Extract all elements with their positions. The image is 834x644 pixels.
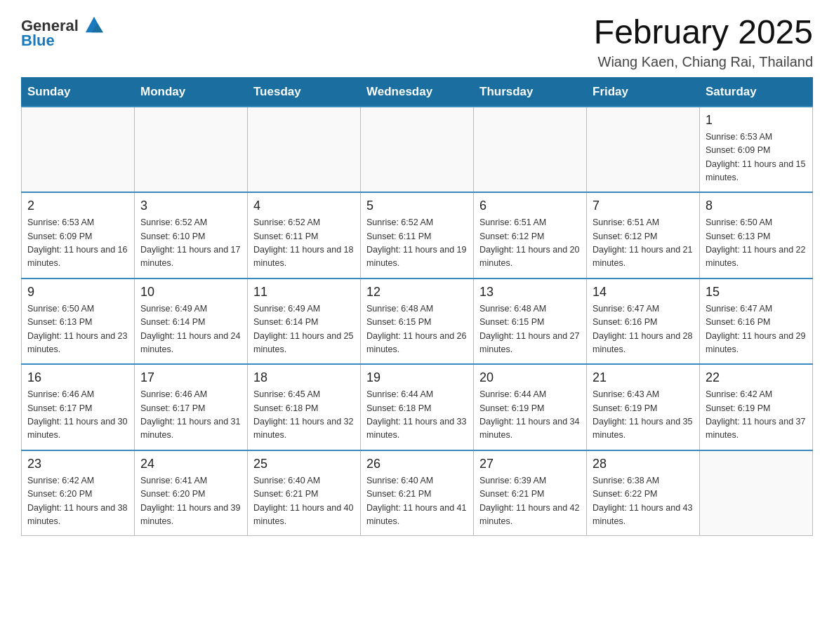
table-row: 15Sunrise: 6:47 AMSunset: 6:16 PMDayligh… — [700, 279, 813, 365]
day-info: Sunrise: 6:45 AMSunset: 6:18 PMDaylight:… — [253, 388, 355, 443]
day-info: Sunrise: 6:48 AMSunset: 6:15 PMDaylight:… — [479, 302, 581, 357]
day-number: 13 — [479, 285, 581, 300]
table-row: 3Sunrise: 6:52 AMSunset: 6:10 PMDaylight… — [135, 192, 248, 279]
day-info: Sunrise: 6:44 AMSunset: 6:19 PMDaylight:… — [479, 388, 581, 443]
calendar-week-row: 23Sunrise: 6:42 AMSunset: 6:20 PMDayligh… — [22, 450, 813, 536]
day-info: Sunrise: 6:47 AMSunset: 6:16 PMDaylight:… — [706, 302, 807, 357]
day-number: 14 — [593, 285, 694, 300]
day-number: 7 — [593, 199, 694, 213]
day-number: 6 — [479, 199, 581, 213]
table-row: 7Sunrise: 6:51 AMSunset: 6:12 PMDaylight… — [587, 192, 700, 279]
title-block: February 2025 Wiang Kaen, Chiang Rai, Th… — [594, 14, 813, 70]
table-row: 16Sunrise: 6:46 AMSunset: 6:17 PMDayligh… — [22, 364, 135, 450]
day-number: 25 — [253, 457, 355, 471]
calendar-header-row: Sunday Monday Tuesday Wednesday Thursday… — [22, 77, 813, 107]
table-row — [248, 107, 361, 193]
day-number: 15 — [706, 285, 807, 300]
col-saturday: Saturday — [700, 77, 813, 107]
col-tuesday: Tuesday — [248, 77, 361, 107]
day-number: 3 — [140, 199, 241, 213]
table-row: 28Sunrise: 6:38 AMSunset: 6:22 PMDayligh… — [587, 450, 700, 536]
table-row: 12Sunrise: 6:48 AMSunset: 6:15 PMDayligh… — [361, 279, 474, 365]
table-row — [135, 107, 248, 193]
day-number: 1 — [706, 113, 807, 128]
col-monday: Monday — [135, 77, 248, 107]
day-info: Sunrise: 6:49 AMSunset: 6:14 PMDaylight:… — [140, 302, 241, 357]
day-number: 27 — [479, 457, 581, 471]
day-number: 12 — [366, 285, 468, 300]
day-number: 23 — [27, 457, 128, 471]
table-row: 4Sunrise: 6:52 AMSunset: 6:11 PMDaylight… — [248, 192, 361, 279]
table-row — [474, 107, 587, 193]
table-row: 1Sunrise: 6:53 AMSunset: 6:09 PMDaylight… — [700, 107, 813, 193]
table-row: 23Sunrise: 6:42 AMSunset: 6:20 PMDayligh… — [22, 450, 135, 536]
table-row: 2Sunrise: 6:53 AMSunset: 6:09 PMDaylight… — [22, 192, 135, 279]
day-info: Sunrise: 6:50 AMSunset: 6:13 PMDaylight:… — [27, 302, 128, 357]
table-row — [700, 450, 813, 536]
location: Wiang Kaen, Chiang Rai, Thailand — [594, 54, 813, 70]
table-row: 19Sunrise: 6:44 AMSunset: 6:18 PMDayligh… — [361, 364, 474, 450]
month-title: February 2025 — [594, 14, 813, 51]
day-number: 11 — [253, 285, 355, 300]
table-row: 17Sunrise: 6:46 AMSunset: 6:17 PMDayligh… — [135, 364, 248, 450]
calendar-week-row: 16Sunrise: 6:46 AMSunset: 6:17 PMDayligh… — [22, 364, 813, 450]
day-info: Sunrise: 6:46 AMSunset: 6:17 PMDaylight:… — [140, 388, 241, 443]
table-row: 21Sunrise: 6:43 AMSunset: 6:19 PMDayligh… — [587, 364, 700, 450]
table-row: 6Sunrise: 6:51 AMSunset: 6:12 PMDaylight… — [474, 192, 587, 279]
table-row: 9Sunrise: 6:50 AMSunset: 6:13 PMDaylight… — [22, 279, 135, 365]
table-row: 10Sunrise: 6:49 AMSunset: 6:14 PMDayligh… — [135, 279, 248, 365]
table-row: 25Sunrise: 6:40 AMSunset: 6:21 PMDayligh… — [248, 450, 361, 536]
calendar-week-row: 9Sunrise: 6:50 AMSunset: 6:13 PMDaylight… — [22, 279, 813, 365]
day-info: Sunrise: 6:53 AMSunset: 6:09 PMDaylight:… — [706, 130, 807, 185]
table-row — [22, 107, 135, 193]
calendar-week-row: 1Sunrise: 6:53 AMSunset: 6:09 PMDaylight… — [22, 107, 813, 193]
day-info: Sunrise: 6:52 AMSunset: 6:10 PMDaylight:… — [140, 216, 241, 271]
table-row: 18Sunrise: 6:45 AMSunset: 6:18 PMDayligh… — [248, 364, 361, 450]
day-number: 22 — [706, 370, 807, 385]
day-number: 9 — [27, 285, 128, 300]
day-number: 8 — [706, 199, 807, 213]
day-info: Sunrise: 6:46 AMSunset: 6:17 PMDaylight:… — [27, 388, 128, 443]
day-number: 5 — [366, 199, 468, 213]
calendar-week-row: 2Sunrise: 6:53 AMSunset: 6:09 PMDaylight… — [22, 192, 813, 279]
day-number: 24 — [140, 457, 241, 471]
day-info: Sunrise: 6:52 AMSunset: 6:11 PMDaylight:… — [253, 216, 355, 271]
day-number: 17 — [140, 370, 241, 385]
table-row: 27Sunrise: 6:39 AMSunset: 6:21 PMDayligh… — [474, 450, 587, 536]
table-row: 5Sunrise: 6:52 AMSunset: 6:11 PMDaylight… — [361, 192, 474, 279]
logo: General Blue — [21, 14, 104, 50]
day-info: Sunrise: 6:39 AMSunset: 6:21 PMDaylight:… — [479, 474, 581, 529]
table-row: 14Sunrise: 6:47 AMSunset: 6:16 PMDayligh… — [587, 279, 700, 365]
logo-icon — [84, 14, 104, 34]
day-info: Sunrise: 6:53 AMSunset: 6:09 PMDaylight:… — [27, 216, 128, 271]
day-number: 18 — [253, 370, 355, 385]
table-row: 20Sunrise: 6:44 AMSunset: 6:19 PMDayligh… — [474, 364, 587, 450]
col-sunday: Sunday — [22, 77, 135, 107]
day-info: Sunrise: 6:51 AMSunset: 6:12 PMDaylight:… — [479, 216, 581, 271]
col-wednesday: Wednesday — [361, 77, 474, 107]
col-thursday: Thursday — [474, 77, 587, 107]
day-info: Sunrise: 6:42 AMSunset: 6:19 PMDaylight:… — [706, 388, 807, 443]
col-friday: Friday — [587, 77, 700, 107]
table-row: 11Sunrise: 6:49 AMSunset: 6:14 PMDayligh… — [248, 279, 361, 365]
day-info: Sunrise: 6:41 AMSunset: 6:20 PMDaylight:… — [140, 474, 241, 529]
day-info: Sunrise: 6:50 AMSunset: 6:13 PMDaylight:… — [706, 216, 807, 271]
day-info: Sunrise: 6:43 AMSunset: 6:19 PMDaylight:… — [593, 388, 694, 443]
day-number: 2 — [27, 199, 128, 213]
day-info: Sunrise: 6:49 AMSunset: 6:14 PMDaylight:… — [253, 302, 355, 357]
day-number: 28 — [593, 457, 694, 471]
table-row: 22Sunrise: 6:42 AMSunset: 6:19 PMDayligh… — [700, 364, 813, 450]
day-info: Sunrise: 6:42 AMSunset: 6:20 PMDaylight:… — [27, 474, 128, 529]
day-number: 20 — [479, 370, 581, 385]
day-number: 4 — [253, 199, 355, 213]
table-row: 13Sunrise: 6:48 AMSunset: 6:15 PMDayligh… — [474, 279, 587, 365]
day-info: Sunrise: 6:48 AMSunset: 6:15 PMDaylight:… — [366, 302, 468, 357]
day-number: 10 — [140, 285, 241, 300]
day-info: Sunrise: 6:52 AMSunset: 6:11 PMDaylight:… — [366, 216, 468, 271]
day-number: 26 — [366, 457, 468, 471]
day-number: 16 — [27, 370, 128, 385]
day-info: Sunrise: 6:51 AMSunset: 6:12 PMDaylight:… — [593, 216, 694, 271]
day-info: Sunrise: 6:47 AMSunset: 6:16 PMDaylight:… — [593, 302, 694, 357]
table-row: 24Sunrise: 6:41 AMSunset: 6:20 PMDayligh… — [135, 450, 248, 536]
day-info: Sunrise: 6:40 AMSunset: 6:21 PMDaylight:… — [366, 474, 468, 529]
